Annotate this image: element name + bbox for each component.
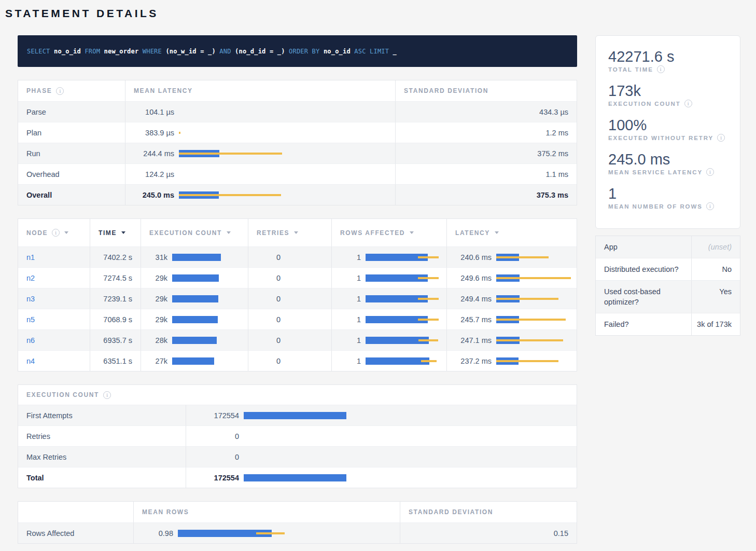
node-link[interactable]: n5 bbox=[26, 315, 35, 324]
latency-bar-chart bbox=[496, 254, 574, 261]
time-value: 7402.2 s bbox=[90, 246, 141, 267]
count-value: 0 bbox=[194, 432, 239, 440]
mean-bar bbox=[366, 357, 429, 365]
table-row: n6 6935.7 s 28k 0 1 247.1 ms bbox=[18, 329, 577, 350]
column-header-rows-affected[interactable]: ROWS AFFECTED bbox=[331, 219, 446, 246]
column-header-retries[interactable]: RETRIES bbox=[248, 219, 331, 246]
rows-affected-bar-chart bbox=[366, 357, 443, 365]
sql-statement-box: SELECT no_o_id FROM new_order WHERE (no_… bbox=[18, 35, 577, 67]
column-header-execution-count[interactable]: EXECUTION COUNT bbox=[141, 219, 248, 246]
rows-affected-cell: 1 bbox=[331, 288, 446, 309]
rows-affected-bar-chart bbox=[366, 295, 443, 302]
table-row-total: Total 172554 bbox=[18, 467, 577, 488]
stat-mean-number-of-rows: 1 MEAN NUMBER OF ROWS bbox=[608, 185, 727, 210]
retries-value: 0 bbox=[248, 309, 331, 329]
column-header-latency[interactable]: LATENCY bbox=[446, 219, 577, 246]
info-icon[interactable] bbox=[706, 168, 714, 176]
sort-desc-icon bbox=[410, 231, 414, 234]
info-icon[interactable] bbox=[684, 100, 692, 107]
column-header-label: LATENCY bbox=[455, 229, 490, 237]
attribute-label: Used cost-based optimizer? bbox=[596, 281, 691, 313]
column-header-label: EXECUTION COUNT bbox=[149, 229, 222, 237]
execution-count-cell: 27k bbox=[141, 350, 248, 371]
execution-count-table: EXECUTION COUNT First Attempts 172554 Re… bbox=[18, 384, 577, 488]
rows-affected-value: 1 bbox=[340, 295, 361, 303]
info-icon[interactable] bbox=[56, 87, 64, 95]
info-icon[interactable] bbox=[103, 391, 111, 399]
node-link[interactable]: n1 bbox=[26, 253, 35, 261]
node-link[interactable]: n4 bbox=[26, 357, 35, 365]
rows-affected-cell: 1 bbox=[331, 267, 446, 288]
table-row: n4 6351.1 s 27k 0 1 237.2 ms bbox=[18, 350, 577, 371]
column-header-phase: PHASE bbox=[18, 80, 125, 101]
table-row: Parse 104.1 µs 434.3 µs bbox=[18, 101, 577, 122]
column-header-label: PHASE bbox=[26, 87, 52, 94]
execution-count-bar-chart bbox=[172, 316, 247, 323]
mean-bar bbox=[172, 295, 218, 302]
mean-latency-cell: 245.0 ms bbox=[125, 184, 395, 205]
mean-latency-value: 244.4 ms bbox=[134, 149, 174, 158]
sql-token: ORDER BY bbox=[289, 48, 319, 55]
execution-count-cell: 29k bbox=[141, 267, 248, 288]
rows-affected-value: 1 bbox=[340, 274, 361, 282]
latency-value: 249.4 ms bbox=[455, 295, 492, 303]
latency-cell: 237.2 ms bbox=[446, 350, 577, 371]
sort-desc-icon bbox=[294, 231, 298, 234]
row-label: Retries bbox=[18, 425, 186, 446]
info-icon[interactable] bbox=[52, 229, 60, 237]
node-link[interactable]: n6 bbox=[26, 336, 35, 345]
column-header-node[interactable]: NODE bbox=[18, 219, 90, 246]
rows-affected-value: 1 bbox=[340, 253, 361, 261]
latency-value: 249.6 ms bbox=[455, 274, 492, 282]
time-value: 7068.9 s bbox=[90, 309, 141, 329]
table-row: n3 7239.1 s 29k 0 1 249.4 ms bbox=[18, 288, 577, 309]
mean-rows-cell: 0.98 bbox=[133, 522, 400, 543]
mean-bar bbox=[244, 474, 346, 481]
retries-value: 0 bbox=[248, 288, 331, 309]
mean-bar bbox=[172, 254, 221, 261]
stat-executed-without-retry: 100% EXECUTED WITHOUT RETRY bbox=[608, 117, 727, 142]
phase-name: Overall bbox=[18, 184, 125, 205]
phase-name: Run bbox=[18, 143, 125, 163]
stdev-value: 0.15 bbox=[400, 522, 577, 543]
time-value: 7239.1 s bbox=[90, 288, 141, 309]
table-row: Run 244.4 ms 375.2 ms bbox=[18, 143, 577, 163]
rows-affected-cell: 1 bbox=[331, 350, 446, 371]
count-bar-chart bbox=[244, 412, 576, 419]
stdev-whisker bbox=[496, 298, 558, 300]
stat-value: 42271.6 s bbox=[608, 48, 727, 65]
info-icon[interactable] bbox=[717, 134, 725, 142]
stat-value: 245.0 ms bbox=[608, 151, 727, 168]
mean-latency-value: 245.0 ms bbox=[134, 191, 174, 199]
info-icon[interactable] bbox=[706, 202, 714, 210]
count-value: 172554 bbox=[194, 474, 239, 482]
column-header-time[interactable]: TIME bbox=[90, 219, 141, 246]
latency-bar-chart bbox=[179, 150, 397, 157]
mean-latency-value: 104.1 µs bbox=[134, 108, 174, 116]
execution-count-cell: 31k bbox=[141, 246, 248, 267]
attribute-row-failed: Failed? 3k of 173k bbox=[596, 313, 740, 335]
stdev-value: 1.2 ms bbox=[395, 122, 577, 143]
table-row: Retries 0 bbox=[18, 425, 577, 446]
sql-token: WHERE bbox=[143, 48, 162, 55]
execution-count-value: 27k bbox=[149, 357, 167, 365]
count-value: 172554 bbox=[194, 411, 239, 420]
info-icon[interactable] bbox=[657, 65, 665, 73]
sql-query: SELECT no_o_id FROM new_order WHERE (no_… bbox=[27, 48, 397, 55]
stdev-whisker bbox=[496, 339, 563, 341]
node-link[interactable]: n2 bbox=[26, 274, 35, 282]
stat-label: MEAN SERVICE LATENCY bbox=[608, 169, 703, 175]
stdev-whisker bbox=[496, 277, 571, 279]
stdev-value: 375.3 ms bbox=[395, 184, 577, 205]
execution-count-bar-chart bbox=[172, 254, 247, 261]
node-link[interactable]: n3 bbox=[26, 295, 35, 303]
stdev-whisker bbox=[496, 256, 549, 258]
stat-mean-service-latency: 245.0 ms MEAN SERVICE LATENCY bbox=[608, 151, 727, 176]
rows-affected-bar-chart bbox=[366, 274, 443, 282]
statement-attributes-card: App (unset) Distributed execution? No Us… bbox=[595, 236, 740, 336]
stdev-value: 434.3 µs bbox=[395, 101, 577, 122]
column-header-label: STANDARD DEVIATION bbox=[404, 87, 488, 94]
rows-affected-value: 1 bbox=[340, 336, 361, 345]
sql-token: (no_w_id = _) bbox=[165, 48, 216, 55]
column-header-standard-deviation: STANDARD DEVIATION bbox=[400, 502, 577, 522]
